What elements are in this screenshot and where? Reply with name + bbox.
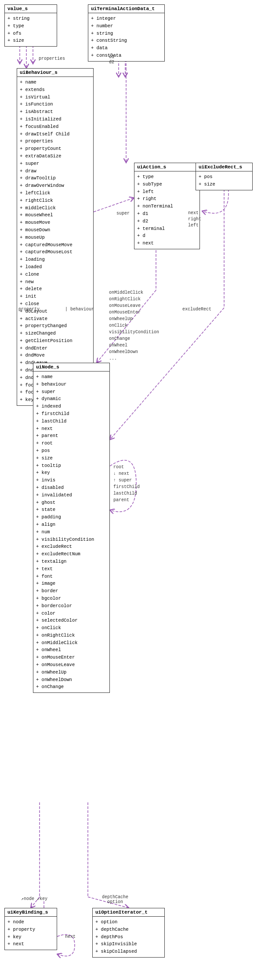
node-key-label: ↗node ↙key (21, 896, 47, 901)
value-s-body: string type ofs size (5, 13, 57, 46)
svg-line-5 (94, 198, 134, 212)
d2-label: d2 (109, 60, 114, 65)
uiexcluderect-box: uiExcludeRect_s pos size (196, 163, 253, 190)
value-s-member-2: type (7, 22, 54, 30)
uioptioniterator-body: option depthCache depthPos skipInvisible… (93, 917, 164, 957)
uioptioniterator-title: uiOptionIterator_t (93, 908, 164, 917)
value-s-member-1: string (7, 15, 54, 22)
super-label: super (116, 211, 130, 216)
uikeybinding-body: node property key next (5, 917, 57, 950)
uiaction-box: uiAction_s type subType left right nonTe… (134, 163, 200, 249)
excluderect-label: excludeRect (182, 307, 211, 312)
event-labels: onMiddleClick onRightClick onMouseLeave … (109, 289, 159, 362)
value-s-member-4: size (7, 37, 54, 44)
value-s-member-3: ofs (7, 30, 54, 37)
node-self-ref-label: root↓ next↑ superfirstChildlastChildpare… (113, 464, 140, 503)
uioptioniterator-box: uiOptionIterator_t option depthCache dep… (92, 908, 165, 958)
diagram-container: value_s string type ofs size uiTerminalA… (0, 0, 272, 980)
uibehaviour-title: uiBehaviour_s (17, 69, 93, 77)
uikeybinding-box: uiKeyBinding_s node property key next (4, 908, 57, 950)
uiterminal-title: uiTerminalActionData_t (88, 5, 164, 13)
next-keybinding-label: next (65, 934, 76, 939)
uinode-body: name behaviour super dynamic indexed fir… (33, 372, 109, 692)
value-s-box: value_s string type ofs size (4, 4, 57, 47)
d1-label: d1 (109, 55, 114, 59)
uibehaviour-box: uiBehaviour_s name extends isVirtual isF… (17, 68, 94, 406)
uiexcluderect-title: uiExcludeRect_s (196, 163, 252, 171)
uiexcluderect-body: pos size (196, 171, 252, 190)
behaviour-label: | behaviour (65, 307, 94, 312)
value-s-title: value_s (5, 5, 57, 13)
depthcache-option-label: depthCacheoption (102, 895, 128, 904)
uibehaviour-body: name extends isVirtual isFunction isAbst… (17, 77, 93, 405)
uiterminal-body: integer number string constString data c… (88, 13, 164, 61)
property-label: property (18, 307, 40, 312)
uinode-box: uiNode_s name behaviour super dynamic in… (33, 363, 110, 693)
properties-label: properties (39, 56, 65, 61)
uiaction-title: uiAction_s (134, 163, 199, 171)
uinode-title: uiNode_s (33, 363, 109, 372)
uikeybinding-title: uiKeyBinding_s (5, 908, 57, 917)
next-right-left-label: nextrightleft (188, 210, 201, 229)
uiterminal-box: uiTerminalActionData_t integer number st… (88, 4, 165, 62)
